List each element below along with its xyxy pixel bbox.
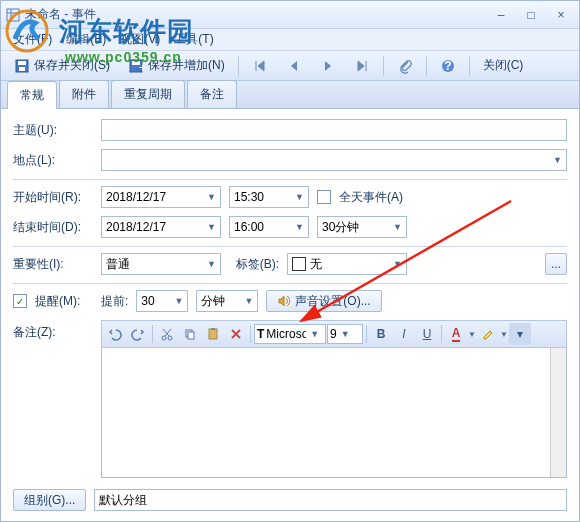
save-close-button[interactable]: 保存并关闭(S) (7, 54, 117, 77)
tag-more-button[interactable]: ... (545, 253, 567, 275)
copy-button[interactable] (179, 323, 201, 345)
tag-combo[interactable]: 无▼ (287, 253, 407, 275)
menu-edit[interactable]: 编辑(E) (60, 29, 112, 50)
paste-button[interactable] (202, 323, 224, 345)
undo-button[interactable] (104, 323, 126, 345)
paste-icon (206, 327, 220, 341)
italic-button[interactable]: I (393, 323, 415, 345)
help-icon: ? (440, 58, 456, 74)
tag-color-swatch (292, 257, 306, 271)
app-icon (5, 7, 21, 23)
svg-text:?: ? (444, 59, 451, 73)
importance-label: 重要性(I): (13, 256, 93, 273)
end-time-picker[interactable]: 16:00▼ (229, 216, 309, 238)
attach-button[interactable] (390, 55, 420, 77)
chevron-down-icon: ▼ (393, 259, 402, 269)
tag-label: 标签(B): (229, 256, 279, 273)
delete-icon (229, 327, 243, 341)
chevron-down-icon: ▼ (341, 329, 350, 339)
svg-point-11 (162, 336, 166, 340)
group-button[interactable]: 组别(G)... (13, 489, 86, 511)
underline-button[interactable]: U (416, 323, 438, 345)
chevron-down-icon: ▼ (310, 329, 319, 339)
end-date-picker[interactable]: 2018/12/17▼ (101, 216, 221, 238)
svg-rect-14 (188, 332, 194, 339)
chevron-down-icon: ▼ (553, 155, 562, 165)
chevron-down-icon: ▼ (295, 222, 304, 232)
importance-combo[interactable]: 普通▼ (101, 253, 221, 275)
nav-next-button[interactable] (313, 55, 343, 77)
location-label: 地点(L): (13, 152, 93, 169)
memo-textarea[interactable] (101, 348, 567, 478)
tab-row: 常规 附件 重复周期 备注 (1, 81, 579, 109)
subject-input[interactable] (101, 119, 567, 141)
remind-num-combo[interactable]: 30▼ (136, 290, 188, 312)
window-title: 未命名 - 事件 (25, 6, 487, 23)
tab-attach[interactable]: 附件 (59, 80, 109, 108)
save-add-button[interactable]: + 保存并增加(N) (121, 54, 232, 77)
close-button[interactable]: 关闭(C) (476, 54, 531, 77)
last-icon (354, 58, 370, 74)
paperclip-icon (397, 58, 413, 74)
copy-icon (183, 327, 197, 341)
remind-unit-combo[interactable]: 分钟▼ (196, 290, 258, 312)
chevron-down-icon: ▼ (207, 222, 216, 232)
chevron-down-icon: ▼ (174, 296, 183, 306)
svg-rect-16 (211, 328, 215, 330)
sound-settings-button[interactable]: 声音设置(O)... (266, 290, 381, 312)
svg-rect-15 (209, 329, 217, 339)
nav-last-button[interactable] (347, 55, 377, 77)
start-label: 开始时间(R): (13, 189, 93, 206)
nav-first-button[interactable] (245, 55, 275, 77)
nav-prev-button[interactable] (279, 55, 309, 77)
menubar: 文件(F) 编辑(E) 视图(V) 工具(T) (1, 29, 579, 51)
prev-icon (286, 58, 302, 74)
memo-vscrollbar[interactable] (550, 348, 566, 477)
menu-tools[interactable]: 工具(T) (168, 29, 219, 50)
start-date-picker[interactable]: 2018/12/17▼ (101, 186, 221, 208)
redo-icon (131, 327, 145, 341)
tab-note[interactable]: 备注 (187, 80, 237, 108)
memo-label: 备注(Z): (13, 320, 93, 341)
tab-general[interactable]: 常规 (7, 81, 57, 109)
chevron-down-icon: ▼ (393, 222, 402, 232)
next-icon (320, 58, 336, 74)
toolbar: 保存并关闭(S) + 保存并增加(N) ? 关闭(C) (1, 51, 579, 81)
end-label: 结束时间(D): (13, 219, 93, 236)
help-button[interactable]: ? (433, 55, 463, 77)
allday-label: 全天事件(A) (339, 189, 403, 206)
bold-button[interactable]: B (370, 323, 392, 345)
before-label: 提前: (101, 293, 128, 310)
highlight-dropdown[interactable]: ▼ (500, 330, 508, 339)
cut-button[interactable] (156, 323, 178, 345)
location-combo[interactable]: ▼ (101, 149, 567, 171)
form-panel: 主题(U): 地点(L): ▼ 开始时间(R): 2018/12/17▼ 15:… (1, 109, 579, 496)
subject-label: 主题(U): (13, 122, 93, 139)
allday-checkbox[interactable] (317, 190, 331, 204)
remind-label: 提醒(M): (35, 293, 93, 310)
richtext-toolbar: TMicrosoft▼ 9▼ B I U A ▼ ▼ ▾ (101, 320, 567, 348)
duration-combo[interactable]: 30分钟▼ (317, 216, 407, 238)
titlebar: 未命名 - 事件 – □ × (1, 1, 579, 29)
minimize-button[interactable]: – (487, 6, 515, 24)
close-window-button[interactable]: × (547, 6, 575, 24)
chevron-down-icon: ▼ (207, 259, 216, 269)
group-input[interactable] (94, 489, 567, 511)
menu-view[interactable]: 视图(V) (114, 29, 166, 50)
redo-button[interactable] (127, 323, 149, 345)
start-time-picker[interactable]: 15:30▼ (229, 186, 309, 208)
tab-recur[interactable]: 重复周期 (111, 80, 185, 108)
rte-more-button[interactable]: ▾ (509, 323, 531, 345)
maximize-button[interactable]: □ (517, 6, 545, 24)
fontcolor-dropdown[interactable]: ▼ (468, 330, 476, 339)
delete-button[interactable] (225, 323, 247, 345)
scissors-icon (160, 327, 174, 341)
font-combo[interactable]: TMicrosoft▼ (254, 324, 326, 344)
svg-rect-4 (18, 61, 26, 65)
save-icon (14, 58, 30, 74)
highlight-button[interactable] (477, 323, 499, 345)
fontcolor-button[interactable]: A (445, 323, 467, 345)
fontsize-combo[interactable]: 9▼ (327, 324, 363, 344)
menu-file[interactable]: 文件(F) (7, 29, 58, 50)
remind-checkbox[interactable]: ✓ (13, 294, 27, 308)
